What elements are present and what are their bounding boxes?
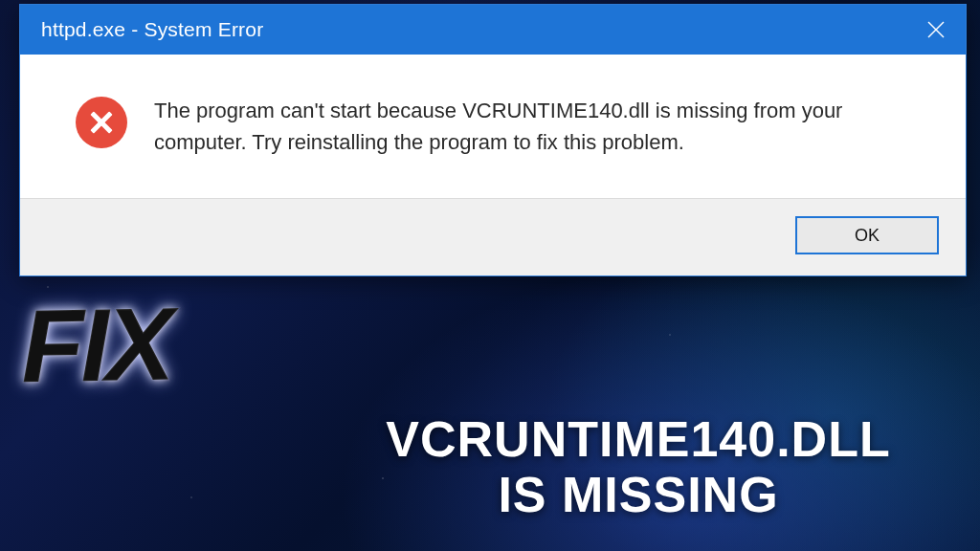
caption-line-1: VCRUNTIME140.DLL <box>316 411 961 467</box>
dialog-titlebar[interactable]: httpd.exe - System Error <box>20 5 966 55</box>
error-dialog: httpd.exe - System Error The program can… <box>19 4 967 276</box>
caption-line-2: IS MISSING <box>316 467 961 522</box>
overlay-caption: VCRUNTIME140.DLL IS MISSING <box>316 411 961 522</box>
dialog-footer: OK <box>20 199 966 276</box>
ok-button[interactable]: OK <box>795 216 939 254</box>
dialog-message: The program can't start because VCRUNTIM… <box>154 95 920 158</box>
dialog-title: httpd.exe - System Error <box>41 18 263 41</box>
close-button[interactable] <box>906 5 966 55</box>
thumbnail-backdrop: httpd.exe - System Error The program can… <box>0 0 980 551</box>
overlay-fix-text: FIX <box>20 298 171 393</box>
close-icon <box>926 20 946 39</box>
dialog-body: The program can't start because VCRUNTIM… <box>20 55 966 199</box>
error-icon <box>76 97 127 148</box>
